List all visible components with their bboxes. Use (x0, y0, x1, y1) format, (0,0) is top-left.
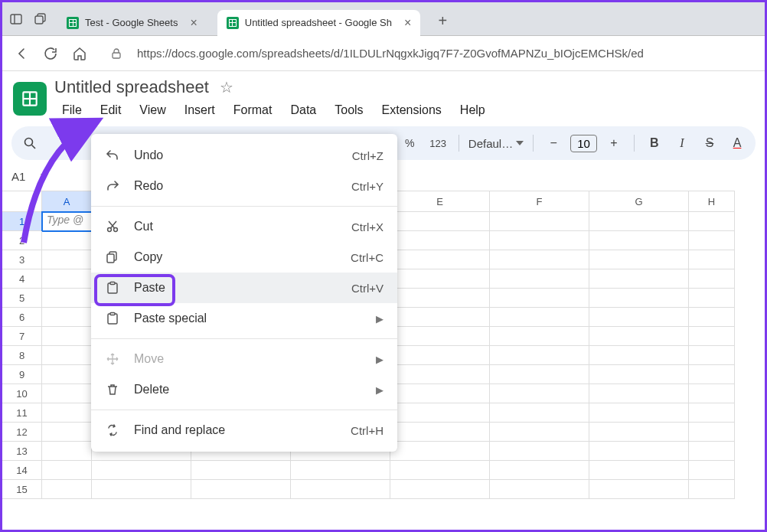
font-size-decrease[interactable]: − (543, 132, 564, 155)
row-header[interactable]: 14 (2, 461, 42, 480)
menu-copy[interactable]: Copy Ctrl+C (91, 242, 397, 273)
font-size-input[interactable]: 10 (570, 135, 597, 152)
document-title[interactable]: Untitled spreadsheet (54, 77, 209, 97)
cell[interactable] (490, 250, 589, 269)
cell[interactable] (92, 461, 191, 480)
close-icon[interactable]: × (404, 16, 411, 30)
copy-window-icon[interactable] (34, 13, 47, 25)
cell[interactable] (390, 480, 490, 499)
cell[interactable] (589, 480, 689, 499)
cell[interactable] (390, 346, 490, 365)
menu-paste[interactable]: Paste Ctrl+V (91, 273, 397, 303)
refresh-button[interactable] (42, 45, 59, 62)
row-header[interactable]: 13 (2, 442, 42, 461)
cell[interactable] (42, 250, 92, 269)
cell[interactable] (291, 461, 390, 480)
cell[interactable] (390, 384, 490, 403)
cell[interactable] (42, 403, 92, 423)
search-button[interactable] (19, 132, 41, 155)
cell[interactable] (191, 461, 291, 480)
cell[interactable] (689, 365, 735, 384)
menu-extensions[interactable]: Extensions (374, 100, 449, 120)
column-header[interactable]: A (42, 191, 92, 212)
cell[interactable] (92, 480, 191, 499)
cell[interactable] (390, 423, 490, 442)
row-header[interactable]: 15 (2, 480, 42, 499)
menu-help[interactable]: Help (452, 100, 493, 120)
home-button[interactable] (71, 45, 88, 62)
cell[interactable] (689, 212, 735, 231)
column-header[interactable]: G (589, 191, 689, 212)
row-header[interactable]: 2 (2, 231, 42, 250)
percent-button[interactable]: % (399, 132, 420, 155)
bold-button[interactable]: B (644, 132, 665, 155)
cell[interactable] (689, 346, 735, 365)
row-header[interactable]: 12 (2, 423, 42, 442)
cell[interactable] (42, 269, 92, 289)
cell[interactable] (390, 327, 490, 346)
row-header[interactable]: 7 (2, 327, 42, 346)
cell[interactable] (689, 461, 735, 480)
cell[interactable] (42, 327, 92, 346)
cell[interactable] (689, 384, 735, 403)
cell[interactable] (689, 231, 735, 250)
cell[interactable] (390, 403, 490, 423)
panel-icon[interactable] (10, 13, 22, 25)
browser-tab-active[interactable]: Untitled spreadsheet - Google Sh × (217, 10, 421, 36)
italic-button[interactable]: I (671, 132, 693, 155)
cell[interactable] (589, 423, 689, 442)
font-family-select[interactable]: Defaul… (468, 137, 524, 150)
cell[interactable] (689, 403, 735, 423)
cell[interactable] (42, 461, 92, 480)
cell[interactable] (689, 269, 735, 289)
cell[interactable] (390, 250, 490, 269)
cell[interactable] (390, 231, 490, 250)
new-tab-button[interactable]: + (431, 12, 454, 33)
url-text[interactable]: https://docs.google.com/spreadsheets/d/1… (137, 47, 754, 60)
row-header[interactable]: 4 (2, 269, 42, 289)
cell[interactable] (589, 212, 689, 231)
menu-tools[interactable]: Tools (327, 100, 370, 120)
cell[interactable] (490, 308, 589, 327)
cell[interactable] (291, 480, 390, 499)
select-all-corner[interactable] (2, 191, 42, 212)
cell[interactable] (390, 269, 490, 289)
cell[interactable] (490, 480, 589, 499)
menu-file[interactable]: File (54, 100, 90, 120)
menu-undo[interactable]: Undo Ctrl+Z (91, 140, 397, 171)
cell[interactable] (490, 346, 589, 365)
cell[interactable] (390, 289, 490, 308)
cell[interactable] (589, 384, 689, 403)
cell[interactable] (42, 346, 92, 365)
menu-view[interactable]: View (132, 100, 173, 120)
menu-delete[interactable]: Delete ▶ (91, 374, 397, 405)
cell[interactable] (689, 308, 735, 327)
cell[interactable] (490, 384, 589, 403)
cell[interactable] (689, 423, 735, 442)
cell[interactable] (490, 289, 589, 308)
cell[interactable] (42, 231, 92, 250)
cell[interactable] (490, 327, 589, 346)
cell[interactable] (589, 327, 689, 346)
text-color-button[interactable]: A (726, 132, 748, 155)
menu-paste-special[interactable]: Paste special ▶ (91, 303, 397, 334)
cell[interactable] (42, 442, 92, 461)
cell[interactable] (490, 212, 589, 231)
menu-insert[interactable]: Insert (177, 100, 223, 120)
cell[interactable] (490, 461, 589, 480)
row-header[interactable]: 10 (2, 384, 42, 403)
star-icon[interactable]: ☆ (220, 78, 233, 96)
cell[interactable] (390, 308, 490, 327)
cell[interactable] (42, 308, 92, 327)
name-box[interactable]: A1 (11, 170, 57, 183)
cell[interactable] (490, 403, 589, 423)
menu-redo[interactable]: Redo Ctrl+Y (91, 171, 397, 201)
row-header[interactable]: 5 (2, 289, 42, 308)
cell[interactable] (589, 250, 689, 269)
column-header[interactable]: H (689, 191, 735, 212)
menu-edit[interactable]: Edit (93, 100, 129, 120)
cell[interactable] (42, 365, 92, 384)
column-header[interactable]: F (490, 191, 589, 212)
row-header[interactable]: 3 (2, 250, 42, 269)
strikethrough-button[interactable]: S (699, 132, 720, 155)
